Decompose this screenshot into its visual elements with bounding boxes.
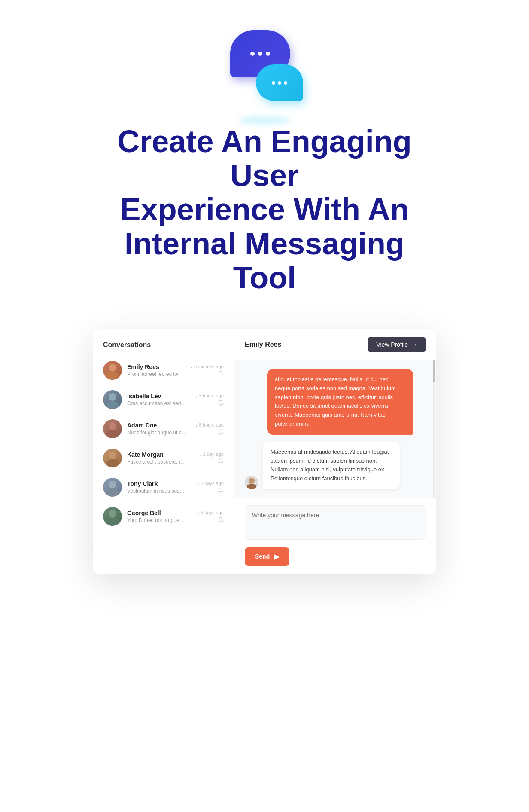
conversation-item-george[interactable]: George Bell You: Donec non augue ac... 3… bbox=[93, 502, 234, 531]
svg-point-3 bbox=[106, 401, 119, 409]
conv-name-adam: Adam Doe bbox=[127, 422, 196, 429]
conv-name-george: George Bell bbox=[127, 510, 198, 516]
dot-s3 bbox=[284, 81, 287, 85]
conv-meta-isabella: 3 hours ago bbox=[196, 393, 224, 406]
send-icon: ▶ bbox=[274, 553, 279, 561]
conv-preview-adam: Nunc feugiat augue ut cursu bbox=[127, 430, 187, 436]
conv-time-emily: 3 minutes ago bbox=[191, 364, 224, 369]
bell-icon-isabella bbox=[218, 400, 224, 406]
bell-icon-tony bbox=[218, 488, 224, 494]
conversation-item-tony[interactable]: Tony Clark Vestibulum in risus suscipit,… bbox=[93, 473, 234, 502]
message-input-area: Send ▶ bbox=[234, 498, 436, 574]
dot-s1 bbox=[272, 81, 275, 85]
conv-preview-isabella: Cras accumsan est sed preti bbox=[127, 400, 187, 406]
scroll-track bbox=[433, 360, 435, 498]
message-input[interactable] bbox=[245, 505, 426, 540]
svg-point-6 bbox=[109, 452, 116, 459]
conv-name-emily: Emily Rees bbox=[127, 363, 191, 370]
view-profile-label: View Profile bbox=[376, 341, 408, 348]
conv-meta-emily: 3 minutes ago bbox=[191, 364, 224, 377]
bubble-light bbox=[256, 64, 303, 101]
conversation-item-kate[interactable]: Kate Morgan Fusce a velit posuere, rutru… bbox=[93, 443, 234, 473]
bell-icon-kate bbox=[218, 458, 224, 464]
conv-preview-george: You: Donec non augue ac... bbox=[127, 517, 187, 523]
conv-meta-tony: 2 days ago bbox=[198, 481, 224, 494]
svg-point-11 bbox=[106, 518, 119, 525]
page-title: Create An Engaging User Experience With … bbox=[93, 125, 436, 295]
conv-preview-tony: Vestibulum in risus suscipit,... bbox=[127, 488, 187, 494]
conversations-header: Conversations bbox=[93, 329, 234, 356]
svg-point-2 bbox=[109, 393, 116, 401]
view-profile-button[interactable]: View Profile → bbox=[368, 337, 426, 352]
send-label: Send bbox=[255, 553, 270, 560]
hero-section: Create An Engaging User Experience With … bbox=[0, 0, 529, 574]
chat-header: Emily Rees View Profile → bbox=[234, 329, 436, 360]
conv-name-isabella: Isabella Lev bbox=[127, 393, 196, 400]
conversation-item-adam[interactable]: Adam Doe Nunc feugiat augue ut cursu 8 h… bbox=[93, 414, 234, 443]
avatar-emily bbox=[103, 361, 122, 380]
svg-point-8 bbox=[109, 481, 116, 488]
avatar-kate bbox=[103, 449, 122, 467]
chat-bubble-icon bbox=[226, 26, 303, 103]
bell-icon-adam bbox=[218, 429, 224, 435]
conv-info-adam: Adam Doe Nunc feugiat augue ut cursu bbox=[127, 422, 196, 436]
conv-time-isabella: 3 hours ago bbox=[196, 393, 224, 398]
conv-info-emily: Emily Rees Proin laoreet leo eu lor bbox=[127, 363, 191, 377]
message-bubble-received: Maecenas at malesuada lectus. Aliquam fe… bbox=[263, 442, 400, 489]
svg-point-7 bbox=[106, 459, 119, 467]
chat-contact-name: Emily Rees bbox=[245, 341, 281, 348]
conv-info-kate: Kate Morgan Fusce a velit posuere, rutru… bbox=[127, 451, 200, 465]
svg-point-1 bbox=[106, 372, 119, 379]
message-bubble-sent: aliquet molestie pellentesque. Nulla ut … bbox=[267, 369, 413, 435]
conv-time-george: 3 days ago bbox=[198, 510, 224, 515]
conv-time-kate: 1 day ago bbox=[200, 452, 224, 457]
icon-shadow bbox=[239, 116, 290, 125]
svg-point-4 bbox=[109, 422, 116, 430]
conv-meta-adam: 8 hours ago bbox=[196, 422, 224, 435]
bell-icon-emily bbox=[218, 371, 224, 377]
dot-2 bbox=[258, 52, 262, 56]
conv-meta-george: 3 days ago bbox=[198, 510, 224, 523]
send-button[interactable]: Send ▶ bbox=[245, 547, 289, 566]
conv-name-kate: Kate Morgan bbox=[127, 451, 200, 458]
avatar-isabella bbox=[103, 390, 122, 409]
avatar-adam bbox=[103, 419, 122, 438]
conversations-panel: Conversations Emily Rees Proin laoreet l… bbox=[93, 329, 234, 574]
conversation-item-emily[interactable]: Emily Rees Proin laoreet leo eu lor 3 mi… bbox=[93, 356, 234, 385]
message-sent-wrapper: aliquet molestie pellentesque. Nulla ut … bbox=[245, 369, 426, 435]
dot-s2 bbox=[278, 81, 281, 85]
chat-panel: Emily Rees View Profile → aliquet molest… bbox=[234, 329, 436, 574]
conv-preview-kate: Fusce a velit posuere, rutrum... bbox=[127, 459, 187, 465]
conv-meta-kate: 1 day ago bbox=[200, 452, 224, 464]
svg-point-13 bbox=[247, 484, 256, 489]
conv-time-adam: 8 hours ago bbox=[196, 422, 224, 427]
conv-info-tony: Tony Clark Vestibulum in risus suscipit,… bbox=[127, 480, 198, 494]
arrow-right-icon: → bbox=[411, 341, 417, 348]
received-avatar bbox=[245, 476, 258, 489]
conv-name-tony: Tony Clark bbox=[127, 480, 198, 487]
svg-point-9 bbox=[106, 488, 119, 496]
avatar-george bbox=[103, 507, 122, 526]
svg-point-10 bbox=[109, 510, 116, 518]
svg-point-12 bbox=[249, 478, 255, 484]
dot-3 bbox=[266, 52, 270, 56]
scroll-thumb[interactable] bbox=[433, 360, 435, 382]
conv-time-tony: 2 days ago bbox=[198, 481, 224, 486]
dot-1 bbox=[250, 52, 255, 56]
bell-icon-george bbox=[218, 517, 224, 523]
svg-point-5 bbox=[106, 430, 119, 438]
svg-point-0 bbox=[109, 364, 116, 372]
app-mockup: Conversations Emily Rees Proin laoreet l… bbox=[93, 329, 436, 574]
conversation-item-isabella[interactable]: Isabella Lev Cras accumsan est sed preti… bbox=[93, 385, 234, 414]
conv-info-george: George Bell You: Donec non augue ac... bbox=[127, 510, 198, 523]
avatar-tony bbox=[103, 478, 122, 497]
messages-area[interactable]: aliquet molestie pellentesque. Nulla ut … bbox=[234, 360, 436, 498]
conv-info-isabella: Isabella Lev Cras accumsan est sed preti bbox=[127, 393, 196, 406]
conv-preview-emily: Proin laoreet leo eu lor bbox=[127, 371, 187, 377]
message-received-wrapper: Maecenas at malesuada lectus. Aliquam fe… bbox=[245, 442, 426, 489]
